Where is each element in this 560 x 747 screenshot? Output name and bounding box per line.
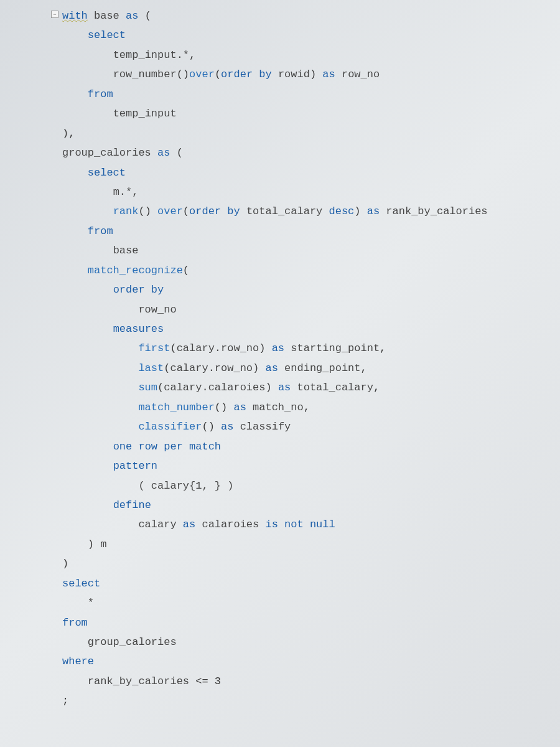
code-area[interactable]: with base as ( select temp_input.*, row_… bbox=[50, 6, 560, 711]
code-line: pattern bbox=[62, 456, 560, 476]
code-line: from bbox=[62, 222, 560, 241]
code-line: * bbox=[62, 593, 560, 613]
code-line: group_calories bbox=[62, 632, 560, 652]
code-line: ; bbox=[62, 691, 560, 710]
code-line: base bbox=[62, 241, 560, 260]
code-line: measures bbox=[62, 319, 560, 339]
code-line: select bbox=[62, 26, 560, 45]
code-line: one row per match bbox=[62, 437, 560, 456]
code-line: ), bbox=[62, 124, 560, 143]
code-line: select bbox=[62, 574, 560, 593]
code-line: group_calories as ( bbox=[62, 143, 560, 162]
code-line: row_no bbox=[62, 300, 560, 319]
code-line: rank() over(order by total_calary desc) … bbox=[62, 202, 560, 221]
code-line: classifier() as classify bbox=[62, 417, 560, 436]
code-line: calary as calaroies is not null bbox=[62, 515, 560, 534]
code-line: match_recognize( bbox=[62, 261, 560, 280]
code-line: match_number() as match_no, bbox=[62, 398, 560, 417]
code-line: row_number()over(order by rowid) as row_… bbox=[62, 65, 560, 84]
code-line: first(calary.row_no) as starting_point, bbox=[62, 339, 560, 358]
code-line: define bbox=[62, 496, 560, 515]
code-line: select bbox=[62, 163, 560, 182]
code-line: where bbox=[62, 652, 560, 671]
code-line: with base as ( bbox=[62, 6, 560, 26]
code-line: order by bbox=[62, 280, 560, 299]
code-line: rank_by_calories <= 3 bbox=[62, 672, 560, 691]
code-line: temp_input bbox=[62, 104, 560, 123]
code-line: ) m bbox=[62, 535, 560, 554]
code-line: temp_input.*, bbox=[62, 45, 560, 65]
code-line: from bbox=[62, 613, 560, 632]
fold-toggle-icon[interactable]: − bbox=[51, 11, 58, 18]
code-line: m.*, bbox=[62, 182, 560, 202]
code-line: sum(calary.calaroies) as total_calary, bbox=[62, 378, 560, 397]
code-line: from bbox=[62, 85, 560, 104]
code-line: ( calary{1, } ) bbox=[62, 476, 560, 496]
code-editor[interactable]: − with base as ( select temp_input.*, ro… bbox=[0, 0, 560, 747]
code-line: last(calary.row_no) as ending_point, bbox=[62, 359, 560, 378]
code-line: ) bbox=[62, 554, 560, 573]
